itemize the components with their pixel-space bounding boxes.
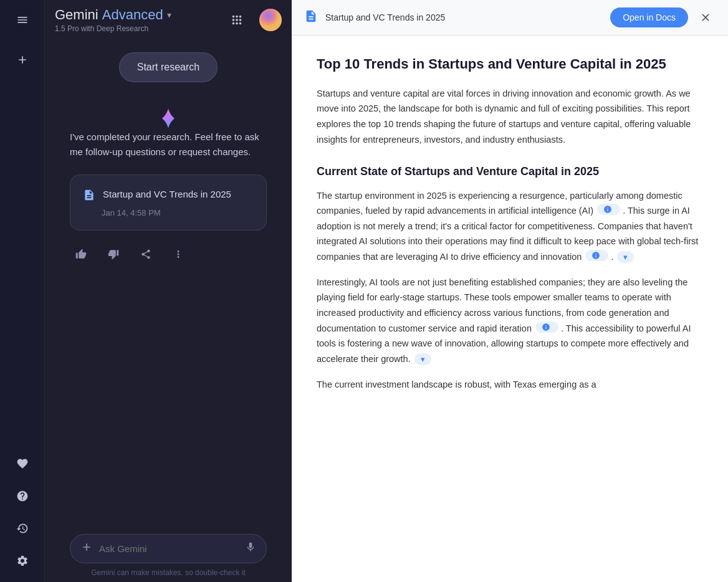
research-card-header: Startup and VC Trends in 2025 xyxy=(83,188,254,204)
doc-para-2: Interestingly, AI tools are not just ben… xyxy=(317,275,703,367)
settings-button[interactable] xyxy=(10,548,35,573)
research-card-date: Jan 14, 4:58 PM xyxy=(102,208,254,217)
response-text: I've completed your research. Feel free … xyxy=(70,130,267,160)
apps-button[interactable] xyxy=(224,7,249,32)
app-name: Gemini Advanced xyxy=(55,7,163,23)
menu-button[interactable] xyxy=(10,7,35,32)
panel-title: Startup and VC Trends in 2025 xyxy=(325,12,603,22)
expand-citation-2[interactable]: ▾ xyxy=(414,353,431,365)
subtitle: 1.5 Pro with Deep Research xyxy=(55,24,171,33)
new-chat-button[interactable] xyxy=(10,47,35,72)
panel-header: Startup and VC Trends in 2025 Open in Do… xyxy=(292,0,728,36)
logo-container: Gemini Advanced ▾ 1.5 Pro with Deep Rese… xyxy=(55,7,171,33)
panel-doc-icon xyxy=(304,9,318,26)
doc-para-1: The startup environment in 2025 is exper… xyxy=(317,188,703,265)
header-right xyxy=(224,7,282,32)
advanced-text: Advanced xyxy=(102,7,163,22)
header: Gemini Advanced ▾ 1.5 Pro with Deep Rese… xyxy=(45,0,292,40)
action-buttons xyxy=(70,243,189,265)
start-research-button[interactable]: Start research xyxy=(119,52,218,82)
panel-close-button[interactable] xyxy=(696,7,716,27)
doc-title: Top 10 Trends in Startups and Venture Ca… xyxy=(317,55,703,74)
research-card[interactable]: Startup and VC Trends in 2025 Jan 14, 4:… xyxy=(70,174,267,231)
document-content: Top 10 Trends in Startups and Venture Ca… xyxy=(292,36,728,582)
version-dropdown[interactable]: ▾ xyxy=(167,10,171,20)
gemini-star-icon xyxy=(157,107,180,130)
research-card-title: Startup and VC Trends in 2025 xyxy=(103,188,231,201)
svg-point-0 xyxy=(259,9,282,31)
doc-section-1-heading: Current State of Startups and Venture Ca… xyxy=(317,165,703,179)
chat-input[interactable] xyxy=(99,543,239,554)
open-in-docs-button[interactable]: Open in Docs xyxy=(610,7,688,27)
thumbs-down-button[interactable] xyxy=(102,243,125,265)
user-avatar[interactable] xyxy=(259,9,282,31)
gemini-text: Gemini xyxy=(55,7,98,22)
card-doc-icon xyxy=(83,189,95,204)
citation-1[interactable] xyxy=(597,204,620,215)
citation-2[interactable] xyxy=(585,250,608,261)
history-button[interactable] xyxy=(10,516,35,541)
chat-area: Start research I've completed your resea… xyxy=(45,40,292,527)
thumbs-up-button[interactable] xyxy=(70,243,92,265)
favorites-button[interactable] xyxy=(10,451,35,476)
input-area: Gemini can make mistakes, so double-chec… xyxy=(45,527,292,582)
doc-intro: Startups and venture capital are vital f… xyxy=(317,86,703,148)
disclaimer-text: Gemini can make mistakes, so double-chec… xyxy=(91,568,245,577)
main-panel: Gemini Advanced ▾ 1.5 Pro with Deep Rese… xyxy=(45,0,292,582)
attach-button[interactable] xyxy=(80,541,93,556)
input-box xyxy=(70,534,267,563)
doc-para-3: The current investment landscape is robu… xyxy=(317,377,703,393)
expand-citation-1[interactable]: ▾ xyxy=(617,251,634,263)
sidebar xyxy=(0,0,45,582)
more-options-button[interactable] xyxy=(167,243,189,265)
citation-3[interactable] xyxy=(535,322,558,333)
help-button[interactable] xyxy=(10,484,35,508)
share-button[interactable] xyxy=(135,243,157,265)
document-panel: Startup and VC Trends in 2025 Open in Do… xyxy=(292,0,728,582)
microphone-button[interactable] xyxy=(245,541,256,556)
